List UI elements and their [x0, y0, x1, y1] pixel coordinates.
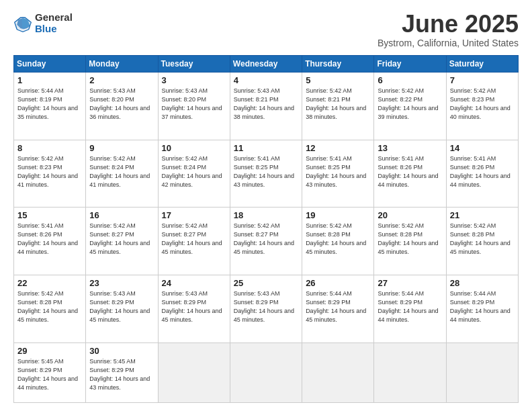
calendar-cell: 11Sunrise: 5:41 AMSunset: 8:25 PMDayligh…	[230, 140, 302, 208]
calendar-week-4: 22Sunrise: 5:42 AMSunset: 8:28 PMDayligh…	[14, 275, 519, 342]
day-number: 27	[378, 278, 442, 288]
day-number: 14	[450, 143, 515, 153]
calendar-cell: 2Sunrise: 5:43 AMSunset: 8:20 PMDaylight…	[86, 73, 158, 140]
day-number: 4	[234, 75, 298, 85]
calendar-cell: 28Sunrise: 5:44 AMSunset: 8:29 PMDayligh…	[446, 275, 518, 342]
day-number: 30	[89, 346, 154, 356]
day-number: 16	[89, 210, 154, 220]
day-info: Sunrise: 5:42 AMSunset: 8:24 PMDaylight:…	[162, 154, 226, 189]
day-info: Sunrise: 5:42 AMSunset: 8:23 PMDaylight:…	[450, 87, 515, 122]
day-info: Sunrise: 5:41 AMSunset: 8:26 PMDaylight:…	[450, 154, 515, 189]
calendar-cell: 26Sunrise: 5:44 AMSunset: 8:29 PMDayligh…	[302, 275, 374, 342]
day-info: Sunrise: 5:42 AMSunset: 8:24 PMDaylight:…	[89, 154, 154, 189]
day-info: Sunrise: 5:42 AMSunset: 8:27 PMDaylight:…	[162, 222, 226, 257]
calendar-header-tuesday: Tuesday	[158, 56, 230, 73]
day-number: 15	[17, 210, 82, 220]
day-info: Sunrise: 5:43 AMSunset: 8:29 PMDaylight:…	[162, 289, 226, 324]
day-info: Sunrise: 5:43 AMSunset: 8:29 PMDaylight:…	[89, 289, 154, 324]
calendar-week-2: 8Sunrise: 5:42 AMSunset: 8:23 PMDaylight…	[14, 140, 519, 208]
calendar-cell: 10Sunrise: 5:42 AMSunset: 8:24 PMDayligh…	[158, 140, 230, 208]
calendar-cell: 8Sunrise: 5:42 AMSunset: 8:23 PMDaylight…	[14, 140, 86, 208]
calendar-cell: 23Sunrise: 5:43 AMSunset: 8:29 PMDayligh…	[86, 275, 158, 342]
calendar-cell: 20Sunrise: 5:42 AMSunset: 8:28 PMDayligh…	[374, 208, 446, 275]
day-number: 26	[306, 278, 370, 288]
calendar-header-thursday: Thursday	[302, 56, 374, 73]
day-info: Sunrise: 5:42 AMSunset: 8:22 PMDaylight:…	[378, 87, 442, 122]
day-number: 24	[162, 278, 226, 288]
day-number: 2	[89, 75, 154, 85]
day-info: Sunrise: 5:43 AMSunset: 8:20 PMDaylight:…	[162, 87, 226, 122]
day-number: 28	[450, 278, 515, 288]
page: General Blue June 2025 Bystrom, Californ…	[0, 0, 532, 411]
calendar-cell: 5Sunrise: 5:42 AMSunset: 8:21 PMDaylight…	[302, 73, 374, 140]
calendar-cell: 3Sunrise: 5:43 AMSunset: 8:20 PMDaylight…	[158, 73, 230, 140]
calendar-cell	[302, 342, 374, 402]
calendar-header-saturday: Saturday	[446, 56, 518, 73]
day-info: Sunrise: 5:44 AMSunset: 8:29 PMDaylight:…	[306, 289, 370, 324]
logo: General Blue	[13, 12, 73, 34]
calendar-cell: 30Sunrise: 5:45 AMSunset: 8:29 PMDayligh…	[86, 342, 158, 402]
day-number: 13	[378, 143, 442, 153]
day-info: Sunrise: 5:42 AMSunset: 8:27 PMDaylight:…	[89, 222, 154, 257]
logo-icon	[13, 14, 32, 33]
day-info: Sunrise: 5:43 AMSunset: 8:29 PMDaylight:…	[234, 289, 298, 324]
day-number: 19	[306, 210, 370, 220]
calendar-cell: 4Sunrise: 5:43 AMSunset: 8:21 PMDaylight…	[230, 73, 302, 140]
day-info: Sunrise: 5:42 AMSunset: 8:28 PMDaylight:…	[17, 289, 82, 324]
day-info: Sunrise: 5:42 AMSunset: 8:21 PMDaylight:…	[306, 87, 370, 122]
day-info: Sunrise: 5:42 AMSunset: 8:28 PMDaylight:…	[450, 222, 515, 257]
day-number: 25	[234, 278, 298, 288]
calendar-week-1: 1Sunrise: 5:44 AMSunset: 8:19 PMDaylight…	[14, 73, 519, 140]
day-number: 11	[234, 143, 298, 153]
calendar-cell	[446, 342, 518, 402]
calendar-cell: 27Sunrise: 5:44 AMSunset: 8:29 PMDayligh…	[374, 275, 446, 342]
calendar-header-row: SundayMondayTuesdayWednesdayThursdayFrid…	[14, 56, 519, 73]
day-number: 17	[162, 210, 226, 220]
day-info: Sunrise: 5:41 AMSunset: 8:25 PMDaylight:…	[306, 154, 370, 189]
calendar-cell: 14Sunrise: 5:41 AMSunset: 8:26 PMDayligh…	[446, 140, 518, 208]
day-number: 5	[306, 75, 370, 85]
day-number: 1	[17, 75, 82, 85]
calendar-cell: 17Sunrise: 5:42 AMSunset: 8:27 PMDayligh…	[158, 208, 230, 275]
day-info: Sunrise: 5:44 AMSunset: 8:19 PMDaylight:…	[17, 87, 82, 122]
day-info: Sunrise: 5:42 AMSunset: 8:28 PMDaylight:…	[306, 222, 370, 257]
calendar-cell: 25Sunrise: 5:43 AMSunset: 8:29 PMDayligh…	[230, 275, 302, 342]
day-info: Sunrise: 5:44 AMSunset: 8:29 PMDaylight:…	[378, 289, 442, 324]
day-number: 29	[17, 346, 82, 356]
day-number: 3	[162, 75, 226, 85]
calendar-cell: 15Sunrise: 5:41 AMSunset: 8:26 PMDayligh…	[14, 208, 86, 275]
day-number: 10	[162, 143, 226, 153]
calendar-header-sunday: Sunday	[14, 56, 86, 73]
day-info: Sunrise: 5:45 AMSunset: 8:29 PMDaylight:…	[89, 357, 154, 392]
calendar-cell: 22Sunrise: 5:42 AMSunset: 8:28 PMDayligh…	[14, 275, 86, 342]
logo-blue-text: Blue	[35, 24, 73, 35]
calendar-cell	[374, 342, 446, 402]
day-info: Sunrise: 5:42 AMSunset: 8:28 PMDaylight:…	[378, 222, 442, 257]
calendar-table: SundayMondayTuesdayWednesdayThursdayFrid…	[13, 55, 519, 403]
calendar-cell: 19Sunrise: 5:42 AMSunset: 8:28 PMDayligh…	[302, 208, 374, 275]
day-number: 9	[89, 143, 154, 153]
calendar-week-3: 15Sunrise: 5:41 AMSunset: 8:26 PMDayligh…	[14, 208, 519, 275]
day-number: 22	[17, 278, 82, 288]
day-number: 12	[306, 143, 370, 153]
day-info: Sunrise: 5:44 AMSunset: 8:29 PMDaylight:…	[450, 289, 515, 324]
logo-general-text: General	[35, 12, 73, 24]
calendar-cell: 24Sunrise: 5:43 AMSunset: 8:29 PMDayligh…	[158, 275, 230, 342]
title-block: June 2025 Bystrom, California, United St…	[378, 12, 519, 48]
calendar-cell: 7Sunrise: 5:42 AMSunset: 8:23 PMDaylight…	[446, 73, 518, 140]
day-info: Sunrise: 5:43 AMSunset: 8:21 PMDaylight:…	[234, 87, 298, 122]
calendar-header-friday: Friday	[374, 56, 446, 73]
day-info: Sunrise: 5:42 AMSunset: 8:27 PMDaylight:…	[234, 222, 298, 257]
calendar-cell: 6Sunrise: 5:42 AMSunset: 8:22 PMDaylight…	[374, 73, 446, 140]
day-info: Sunrise: 5:41 AMSunset: 8:26 PMDaylight:…	[17, 222, 82, 257]
day-number: 8	[17, 143, 82, 153]
calendar-cell	[230, 342, 302, 402]
calendar-cell: 16Sunrise: 5:42 AMSunset: 8:27 PMDayligh…	[86, 208, 158, 275]
calendar-cell: 18Sunrise: 5:42 AMSunset: 8:27 PMDayligh…	[230, 208, 302, 275]
day-info: Sunrise: 5:41 AMSunset: 8:25 PMDaylight:…	[234, 154, 298, 189]
day-number: 6	[378, 75, 442, 85]
calendar-cell: 1Sunrise: 5:44 AMSunset: 8:19 PMDaylight…	[14, 73, 86, 140]
calendar-week-5: 29Sunrise: 5:45 AMSunset: 8:29 PMDayligh…	[14, 342, 519, 402]
day-info: Sunrise: 5:43 AMSunset: 8:20 PMDaylight:…	[89, 87, 154, 122]
header: General Blue June 2025 Bystrom, Californ…	[13, 12, 519, 48]
